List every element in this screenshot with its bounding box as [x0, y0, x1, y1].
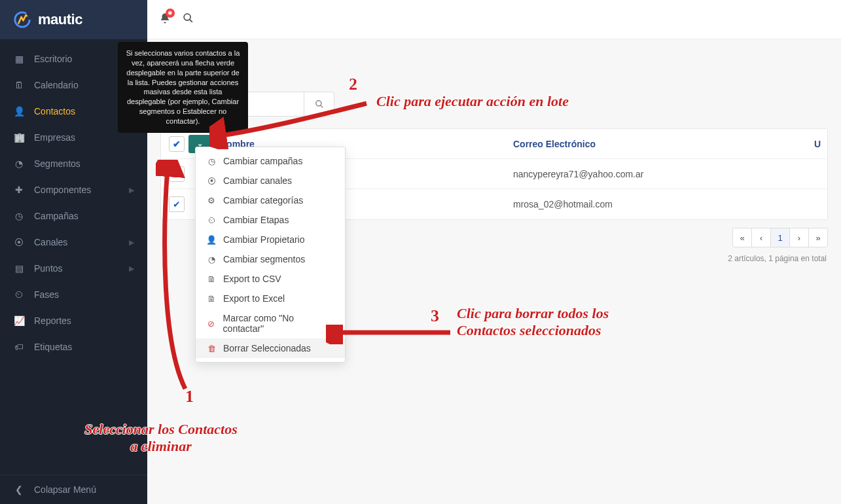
trash-icon: 🗑: [206, 344, 217, 353]
building-icon: 🏢: [13, 132, 25, 143]
file-icon: 🗎: [206, 294, 217, 304]
nav-label: Fases: [34, 289, 59, 300]
page-prev[interactable]: ‹: [751, 228, 771, 247]
collapse-menu[interactable]: ❮Colapsar Menú: [0, 475, 147, 504]
menu-cambiar-campanas[interactable]: ◷Cambiar campañas: [196, 151, 345, 171]
menu-export-csv[interactable]: 🗎Export to CSV: [196, 269, 345, 289]
svg-line-2: [190, 20, 192, 22]
user-icon: 👤: [13, 106, 25, 117]
menu-label: Marcar como "No contactar": [223, 313, 334, 334]
puzzle-icon: ✚: [13, 185, 25, 195]
grid-icon: ▦: [13, 54, 25, 64]
nav-label: Segmentos: [34, 158, 81, 169]
nav-label: Empresas: [34, 132, 75, 143]
svg-line-4: [320, 105, 323, 108]
calc-icon: ▤: [13, 263, 25, 274]
global-search-button[interactable]: [183, 12, 194, 26]
menu-cambiar-canales[interactable]: ⦿Cambiar canales: [196, 171, 345, 190]
search-icon: [315, 99, 324, 109]
menu-cambiar-categorias[interactable]: ⚙Cambiar categorías: [196, 190, 345, 210]
menu-export-excel[interactable]: 🗎Export to Excel: [196, 289, 345, 308]
nav-label: Etiquetas: [34, 342, 72, 352]
menu-cambiar-segmentos[interactable]: ◔Cambiar segmentos: [196, 249, 345, 269]
collapse-label: Colapsar Menú: [34, 484, 96, 495]
nav-canales[interactable]: ⦿Canales▶: [0, 229, 147, 255]
cell-email: mrosa_02@hotmail.com: [513, 199, 808, 209]
page-last[interactable]: »: [808, 228, 828, 247]
menu-label: Cambiar categorías: [223, 195, 303, 206]
search-toolbar: [160, 92, 828, 117]
svg-point-1: [184, 14, 190, 20]
menu-label: Cambiar segmentos: [223, 254, 305, 264]
menu-no-contactar[interactable]: ⊘Marcar como "No contactar": [196, 308, 345, 338]
nav-label: Reportes: [34, 315, 71, 326]
piechart-icon: ◔: [13, 158, 25, 169]
nav-puntos[interactable]: ▤Puntos▶: [0, 255, 147, 281]
svg-point-3: [315, 101, 321, 106]
menu-label: Cambiar canales: [223, 175, 292, 186]
menu-label: Export to Excel: [223, 293, 285, 304]
menu-label: Borrar Seleccionadas: [223, 343, 311, 353]
search-icon: [183, 12, 194, 24]
notif-badge: ✱: [166, 9, 175, 18]
clock-icon: ◷: [13, 211, 25, 221]
nav-label: Calendario: [34, 80, 79, 90]
logo-text: mautic: [38, 11, 82, 28]
graph-icon: 📈: [13, 315, 25, 326]
menu-borrar-seleccionadas[interactable]: 🗑Borrar Seleccionadas: [196, 338, 345, 358]
chevron-right-icon: ▶: [129, 238, 134, 247]
menu-label: Cambiar Propietario: [223, 234, 305, 245]
notifications-button[interactable]: ✱: [159, 12, 171, 27]
calendar-icon: 🗓: [13, 80, 25, 90]
batch-actions-menu: ◷Cambiar campañas ⦿Cambiar canales ⚙Camb…: [195, 147, 346, 363]
cogs-icon: ⚙: [206, 196, 217, 206]
nav-segmentos[interactable]: ◔Segmentos: [0, 151, 147, 177]
chevron-left-icon: ❮: [13, 484, 25, 495]
menu-cambiar-propietario[interactable]: 👤Cambiar Propietario: [196, 230, 345, 249]
piechart-icon: ◔: [206, 255, 217, 264]
menu-label: Cambiar Etapas: [223, 215, 289, 225]
help-tooltip: Si seleccionas varios contactos a la vez…: [118, 42, 248, 133]
pagination: « ‹ 1 › »: [733, 228, 828, 247]
nav-label: Campañas: [34, 211, 79, 221]
file-icon: 🗎: [206, 274, 217, 284]
menu-label: Cambiar campañas: [223, 156, 302, 166]
page-1[interactable]: 1: [770, 228, 790, 247]
menu-cambiar-etapas[interactable]: ⏲Cambiar Etapas: [196, 210, 345, 230]
rss-icon: ⦿: [13, 237, 25, 247]
row-checkbox[interactable]: [169, 166, 185, 182]
rss-icon: ⦿: [206, 176, 217, 186]
clock-icon: ◷: [206, 156, 217, 166]
nav-label: Escritorio: [34, 54, 72, 64]
page-first[interactable]: «: [732, 228, 752, 247]
tag-icon: 🏷: [13, 342, 25, 352]
chevron-right-icon: ▶: [129, 264, 134, 273]
nav-label: Canales: [34, 237, 67, 247]
menu-label: Export to CSV: [223, 274, 281, 284]
nav-etiquetas[interactable]: 🏷Etiquetas: [0, 334, 147, 360]
nav-campanas[interactable]: ◷Campañas: [0, 203, 147, 229]
nav-label: Puntos: [34, 263, 63, 274]
column-email[interactable]: Correo Electrónico: [513, 139, 808, 149]
nav-fases[interactable]: ⏲Fases: [0, 281, 147, 308]
topbar: ✱: [147, 0, 841, 39]
chevron-right-icon: ▶: [129, 186, 134, 194]
select-all-checkbox[interactable]: [169, 136, 185, 152]
page-next[interactable]: ›: [789, 228, 809, 247]
contacts-search-button[interactable]: [304, 92, 334, 117]
mautic-logo-icon: [13, 10, 31, 29]
user-icon: 👤: [206, 235, 217, 245]
column-extra[interactable]: U: [808, 139, 827, 149]
logo[interactable]: mautic: [0, 0, 147, 39]
cell-email: nancypereyra71@yahoo.com.ar: [513, 169, 808, 179]
forbid-icon: ⊘: [206, 319, 217, 329]
gauge-icon: ⏲: [206, 215, 217, 225]
gauge-icon: ⏲: [13, 289, 25, 300]
row-checkbox[interactable]: [169, 196, 185, 212]
nav-label: Contactos: [34, 106, 75, 117]
nav-label: Componentes: [34, 185, 91, 195]
nav-reportes[interactable]: 📈Reportes: [0, 308, 147, 334]
nav-componentes[interactable]: ✚Componentes▶: [0, 177, 147, 203]
